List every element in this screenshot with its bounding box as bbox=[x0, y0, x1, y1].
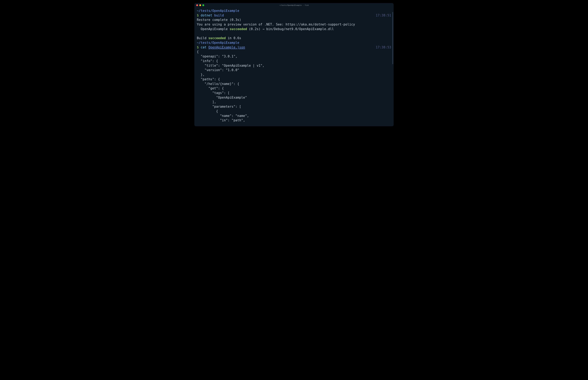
json-line: "name": "name", bbox=[197, 114, 391, 118]
minimize-button[interactable] bbox=[199, 4, 201, 6]
json-line: "/hello/{name}": { bbox=[197, 82, 391, 86]
traffic-lights bbox=[196, 4, 204, 6]
json-line: "title": "OpenApiExample | v1", bbox=[197, 63, 391, 68]
prompt-left: $ dotnet build bbox=[197, 13, 224, 18]
prompt-line: $ cat OpenApiExample.json 17:38:53 bbox=[197, 45, 391, 50]
titlebar: ~/tests/OpenApiExample - fish bbox=[194, 3, 394, 7]
output-line: Restore complete (0.3s) bbox=[197, 18, 391, 22]
prompt-symbol: $ bbox=[197, 45, 201, 49]
output-line: You are using a preview version of .NET.… bbox=[197, 22, 391, 27]
command-arg: OpenApiExample.json bbox=[208, 45, 245, 49]
terminal-body[interactable]: ~/tests/OpenApiExample $ dotnet build 17… bbox=[194, 7, 394, 126]
json-line: "version": "1.0.0" bbox=[197, 68, 391, 73]
maximize-button[interactable] bbox=[202, 4, 204, 6]
json-line: ], bbox=[197, 100, 391, 104]
cwd-line: ~/tests/OpenApiExample bbox=[197, 9, 391, 13]
json-line: "info": { bbox=[197, 59, 391, 63]
window-title: ~/tests/OpenApiExample - fish bbox=[279, 4, 309, 6]
json-line: "get": { bbox=[197, 86, 391, 91]
output-text: OpenApiExample bbox=[197, 27, 230, 31]
output-line: OpenApiExample succeeded (0.2s) → bin/De… bbox=[197, 27, 391, 32]
timestamp: 17:38:53 bbox=[376, 45, 391, 50]
json-line: "in": "path", bbox=[197, 118, 391, 123]
timestamp: 17:38:51 bbox=[376, 13, 391, 18]
space bbox=[206, 45, 208, 49]
cwd-line: ~/tests/OpenApiExample bbox=[197, 40, 391, 45]
output-text: in 0.6s bbox=[226, 36, 241, 40]
json-line: "OpenApiExample" bbox=[197, 95, 391, 100]
success-text: succeeded bbox=[208, 36, 226, 40]
terminal-window: ~/tests/OpenApiExample - fish ~/tests/Op… bbox=[194, 3, 394, 126]
success-text: succeeded bbox=[230, 27, 247, 31]
cwd: ~/tests/OpenApiExample bbox=[197, 41, 239, 45]
scrollbar[interactable] bbox=[392, 12, 393, 64]
output-line: Build succeeded in 0.6s bbox=[197, 36, 391, 40]
command-arg: build bbox=[212, 14, 224, 17]
cwd: ~/tests/OpenApiExample bbox=[197, 9, 239, 13]
json-line: "tags": [ bbox=[197, 91, 391, 95]
json-line: "paths": { bbox=[197, 77, 391, 82]
prompt-left: $ cat OpenApiExample.json bbox=[197, 45, 245, 50]
json-line: { bbox=[197, 109, 391, 114]
prompt-symbol: $ bbox=[197, 14, 201, 17]
json-line: "openapi": "3.0.1", bbox=[197, 54, 391, 59]
blank-line bbox=[197, 32, 391, 36]
json-line: { bbox=[197, 50, 391, 54]
json-line: "parameters": [ bbox=[197, 104, 391, 109]
output-text: (0.2s) → bin/Debug/net9.0/OpenApiExample… bbox=[247, 27, 334, 31]
command: dotnet bbox=[201, 14, 212, 17]
prompt-line: $ dotnet build 17:38:51 bbox=[197, 13, 391, 18]
close-button[interactable] bbox=[196, 4, 198, 6]
output-text: Build bbox=[197, 36, 208, 40]
command: cat bbox=[201, 45, 206, 49]
json-line: }, bbox=[197, 73, 391, 77]
